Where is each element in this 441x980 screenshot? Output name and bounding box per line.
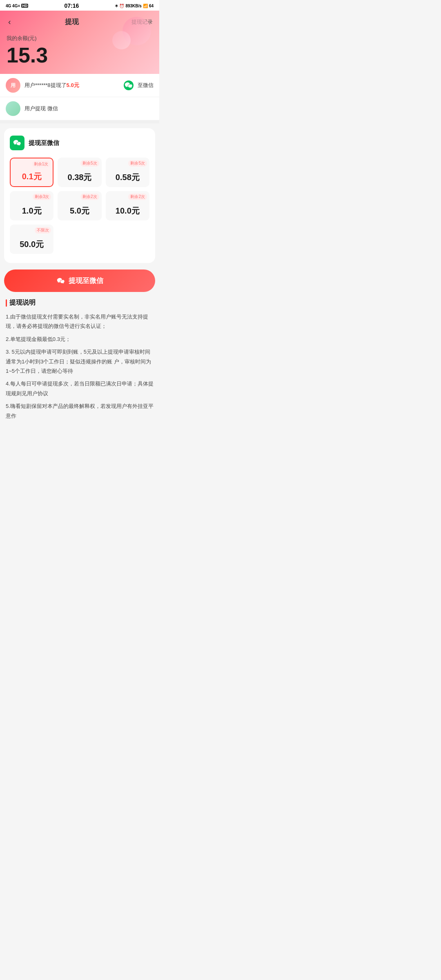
title-accent-bar xyxy=(6,299,7,307)
signal-text: 4G 4G+ xyxy=(6,4,20,8)
notification-text-1: 用户******8提现了5.0元 xyxy=(24,82,120,89)
clock: 07:16 xyxy=(64,2,79,9)
withdraw-btn-label: 提现至微信 xyxy=(69,276,103,285)
notification-destination-1: 至微信 xyxy=(138,82,154,89)
decoration-circle2 xyxy=(112,31,131,49)
amount-option-2[interactable]: 剩余5次 0.38元 xyxy=(58,158,101,187)
header: ‹ 提现 提现记录 我的余额(元) 15.3 xyxy=(0,11,159,74)
instruction-item-3: 3. 5元以内提现申请可即刻到账，5元及以上提现申请审核时间通常为1小时到3个工… xyxy=(6,347,154,376)
wechat-logo-small xyxy=(124,81,133,90)
amount-option-4[interactable]: 剩余3次 1.0元 xyxy=(10,191,53,220)
instructions-title: 提现说明 xyxy=(6,298,154,307)
amount-option-1[interactable]: 剩余1次 0.1元 xyxy=(10,158,53,187)
amount-option-6[interactable]: 剩余2次 10.0元 xyxy=(106,191,149,220)
notification-item-1: 用 用户******8提现了5.0元 至微信 xyxy=(0,74,159,97)
wechat-logo-main xyxy=(13,138,22,147)
remaining-badge-3: 剩余5次 xyxy=(128,160,147,167)
amount-value-1: 0.1元 xyxy=(22,172,42,181)
amount-value-6: 10.0元 xyxy=(116,206,140,216)
battery-icon: 64 xyxy=(149,4,154,8)
back-button[interactable]: ‹ xyxy=(7,16,13,28)
remaining-badge-4: 剩余3次 xyxy=(33,194,51,200)
amount-value-7: 50.0元 xyxy=(20,239,44,249)
system-icons: ✶ ⏰ 893KB/s 📶 64 xyxy=(115,4,154,8)
alarm-icon: ⏰ xyxy=(119,4,124,8)
wechat-btn-icon xyxy=(56,276,65,285)
notification-item-2: 用户提现 微信 xyxy=(0,97,159,123)
amount-option-5[interactable]: 剩余2次 5.0元 xyxy=(58,191,101,220)
remaining-badge-1: 剩余1次 xyxy=(32,161,51,167)
remaining-badge-7: 不限次 xyxy=(35,227,51,234)
user-avatar-2 xyxy=(6,101,20,116)
amount-grid: 剩余1次 0.1元 剩余5次 0.38元 剩余5次 0.58元 剩余3次 1.0… xyxy=(10,158,149,220)
remaining-badge-6: 剩余2次 xyxy=(128,194,147,200)
wechat-icon-notif xyxy=(124,80,134,90)
amount-value-2: 0.38元 xyxy=(68,172,92,182)
user-avatar-1: 用 xyxy=(6,78,20,93)
instructions-content: 1.由于微信提现支付需要实名制，非实名用户账号无法支持提现，请务必将提现的微信号… xyxy=(6,312,154,421)
wechat-withdraw-label: 提现至微信 xyxy=(29,139,59,147)
amount-option-3[interactable]: 剩余5次 0.58元 xyxy=(106,158,149,187)
withdraw-button[interactable]: 提现至微信 xyxy=(4,270,155,292)
amount-grid-row3: 不限次 50.0元 xyxy=(10,225,149,254)
wifi-icon: 📶 xyxy=(143,4,148,8)
network-speed: 893KB/s xyxy=(125,4,141,8)
remaining-badge-2: 剩余5次 xyxy=(80,160,99,167)
amount-value-4: 1.0元 xyxy=(22,206,42,216)
page-title: 提现 xyxy=(65,17,79,27)
instruction-item-2: 2.单笔提现金额最低0.3元； xyxy=(6,334,154,344)
instruction-item-4: 4.每人每日可申请提现多次，若当日限额已满次日申请；具体提现规则见用户协议 xyxy=(6,379,154,398)
amount-option-7[interactable]: 不限次 50.0元 xyxy=(10,225,53,254)
amount-value-3: 0.58元 xyxy=(116,172,140,182)
remaining-badge-5: 剩余2次 xyxy=(80,194,99,200)
status-bar: 4G 4G+ HD 07:16 ✶ ⏰ 893KB/s 📶 64 xyxy=(0,0,159,11)
instruction-item-1: 1.由于微信提现支付需要实名制，非实名用户账号无法支持提现，请务必将提现的微信号… xyxy=(6,312,154,331)
bluetooth-icon: ✶ xyxy=(115,4,118,8)
instruction-item-5: 5.嗨看短剧保留对本产品的最终解释权，若发现用户有外挂亚平意作 xyxy=(6,401,154,421)
hd-badge: HD xyxy=(21,4,28,8)
instructions-section: 提现说明 1.由于微信提现支付需要实名制，非实名用户账号无法支持提现，请务必将提… xyxy=(0,292,159,429)
balance-amount: 15.3 xyxy=(7,45,153,66)
withdraw-card: 提现至微信 剩余1次 0.1元 剩余5次 0.38元 剩余5次 0.58元 剩余… xyxy=(4,128,155,263)
instructions-title-text: 提现说明 xyxy=(9,298,36,307)
wechat-header: 提现至微信 xyxy=(10,136,149,150)
wechat-logo xyxy=(10,136,24,150)
amount-value-5: 5.0元 xyxy=(70,206,89,216)
notification-text-2: 用户提现 微信 xyxy=(24,105,58,112)
signal-indicator: 4G 4G+ HD xyxy=(6,4,28,8)
